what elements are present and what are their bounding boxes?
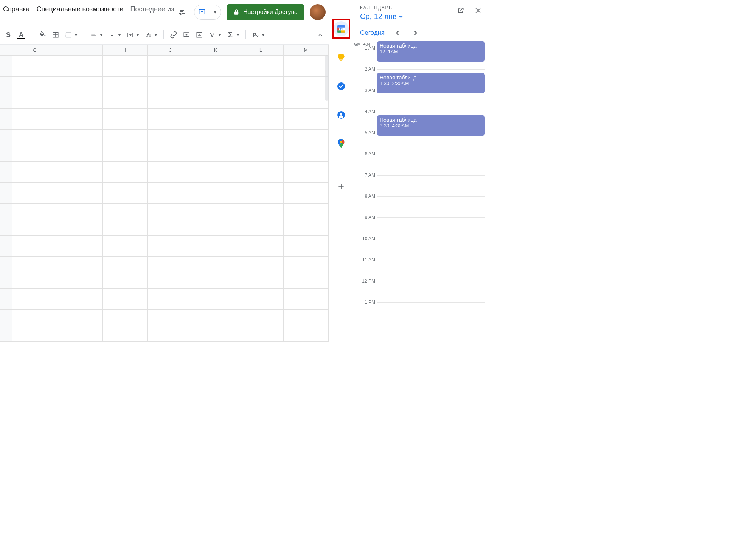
avatar[interactable] bbox=[310, 4, 326, 20]
open-in-new-icon[interactable] bbox=[455, 5, 466, 16]
cell[interactable] bbox=[102, 162, 147, 172]
cell[interactable] bbox=[283, 66, 328, 77]
cell[interactable] bbox=[238, 299, 283, 310]
merge-cells-button[interactable] bbox=[63, 30, 74, 40]
keep-rail-button[interactable] bbox=[334, 50, 349, 65]
prev-day-button[interactable] bbox=[392, 28, 403, 38]
cell[interactable] bbox=[283, 109, 328, 119]
cell[interactable] bbox=[238, 56, 283, 66]
cell[interactable] bbox=[148, 130, 193, 140]
cell[interactable] bbox=[102, 119, 147, 130]
cell[interactable] bbox=[283, 56, 328, 66]
cell[interactable] bbox=[12, 183, 57, 193]
cell[interactable] bbox=[12, 130, 57, 140]
addons-button[interactable]: Pᵥ bbox=[250, 30, 261, 40]
cell[interactable] bbox=[102, 299, 147, 310]
cell[interactable] bbox=[57, 204, 102, 214]
cell[interactable] bbox=[283, 225, 328, 236]
cell[interactable] bbox=[57, 193, 102, 204]
cell[interactable] bbox=[283, 278, 328, 289]
cell[interactable] bbox=[238, 320, 283, 331]
cell[interactable] bbox=[148, 109, 193, 119]
cell[interactable] bbox=[12, 140, 57, 151]
cell[interactable] bbox=[102, 66, 147, 77]
cell[interactable] bbox=[148, 225, 193, 236]
cell[interactable] bbox=[57, 162, 102, 172]
column-header[interactable]: M bbox=[283, 45, 328, 56]
scrollbar[interactable] bbox=[325, 55, 329, 101]
column-header[interactable]: L bbox=[238, 45, 283, 56]
cell[interactable] bbox=[193, 246, 238, 257]
cell[interactable] bbox=[238, 310, 283, 320]
cell[interactable] bbox=[57, 278, 102, 289]
cell[interactable] bbox=[102, 172, 147, 183]
strikethrough-button[interactable]: S bbox=[3, 30, 14, 40]
cell[interactable] bbox=[148, 193, 193, 204]
cell[interactable] bbox=[193, 299, 238, 310]
text-wrap-button[interactable] bbox=[125, 30, 135, 40]
cell[interactable] bbox=[57, 183, 102, 193]
cell[interactable] bbox=[193, 119, 238, 130]
cell[interactable] bbox=[238, 140, 283, 151]
vertical-align-button[interactable] bbox=[107, 30, 117, 40]
cell[interactable] bbox=[57, 267, 102, 278]
cell[interactable] bbox=[12, 331, 57, 342]
cell[interactable] bbox=[238, 162, 283, 172]
cell[interactable] bbox=[148, 278, 193, 289]
cell[interactable] bbox=[283, 236, 328, 246]
cell[interactable] bbox=[57, 214, 102, 225]
cell[interactable] bbox=[193, 320, 238, 331]
cell[interactable] bbox=[57, 66, 102, 77]
today-button[interactable]: Сегодня bbox=[360, 29, 385, 37]
cell[interactable] bbox=[283, 214, 328, 225]
insert-comment-button[interactable] bbox=[181, 30, 192, 40]
cell[interactable] bbox=[283, 183, 328, 193]
cell[interactable] bbox=[12, 162, 57, 172]
calendar-event[interactable]: Новая таблица3:30–4:30AM bbox=[377, 115, 485, 136]
cell[interactable] bbox=[238, 331, 283, 342]
fill-color-button[interactable] bbox=[37, 30, 48, 40]
menu-accessibility[interactable]: Специальные возможности bbox=[37, 5, 124, 13]
cell[interactable] bbox=[148, 119, 193, 130]
cell[interactable] bbox=[12, 172, 57, 183]
add-rail-button[interactable] bbox=[334, 179, 349, 194]
cell[interactable] bbox=[102, 257, 147, 267]
cell[interactable] bbox=[238, 98, 283, 109]
cell[interactable] bbox=[238, 109, 283, 119]
cell[interactable] bbox=[238, 246, 283, 257]
cell[interactable] bbox=[57, 225, 102, 236]
cell[interactable] bbox=[148, 257, 193, 267]
cell[interactable] bbox=[193, 214, 238, 225]
cell[interactable] bbox=[102, 278, 147, 289]
functions-button[interactable]: Σ bbox=[225, 30, 236, 40]
cell[interactable] bbox=[238, 289, 283, 299]
cell[interactable] bbox=[193, 162, 238, 172]
cell[interactable] bbox=[238, 204, 283, 214]
filter-button[interactable] bbox=[207, 30, 217, 40]
cell[interactable] bbox=[12, 119, 57, 130]
cell[interactable] bbox=[193, 267, 238, 278]
column-header[interactable]: G bbox=[12, 45, 57, 56]
cell[interactable] bbox=[57, 289, 102, 299]
cell[interactable] bbox=[193, 109, 238, 119]
cell[interactable] bbox=[57, 172, 102, 183]
cell[interactable] bbox=[102, 56, 147, 66]
cell[interactable] bbox=[283, 246, 328, 257]
cell[interactable] bbox=[148, 87, 193, 98]
cell[interactable] bbox=[238, 193, 283, 204]
cell[interactable] bbox=[102, 98, 147, 109]
cell[interactable] bbox=[102, 130, 147, 140]
cell[interactable] bbox=[57, 87, 102, 98]
next-day-button[interactable] bbox=[410, 28, 421, 38]
cell[interactable] bbox=[238, 151, 283, 162]
cell[interactable] bbox=[238, 87, 283, 98]
cell[interactable] bbox=[12, 236, 57, 246]
cell[interactable] bbox=[238, 77, 283, 87]
cell[interactable] bbox=[102, 267, 147, 278]
chevron-down-icon[interactable]: ▼ bbox=[210, 10, 217, 14]
cell[interactable] bbox=[12, 87, 57, 98]
cell[interactable] bbox=[57, 320, 102, 331]
cell[interactable] bbox=[57, 130, 102, 140]
contacts-rail-button[interactable] bbox=[334, 107, 349, 123]
cell[interactable] bbox=[148, 299, 193, 310]
